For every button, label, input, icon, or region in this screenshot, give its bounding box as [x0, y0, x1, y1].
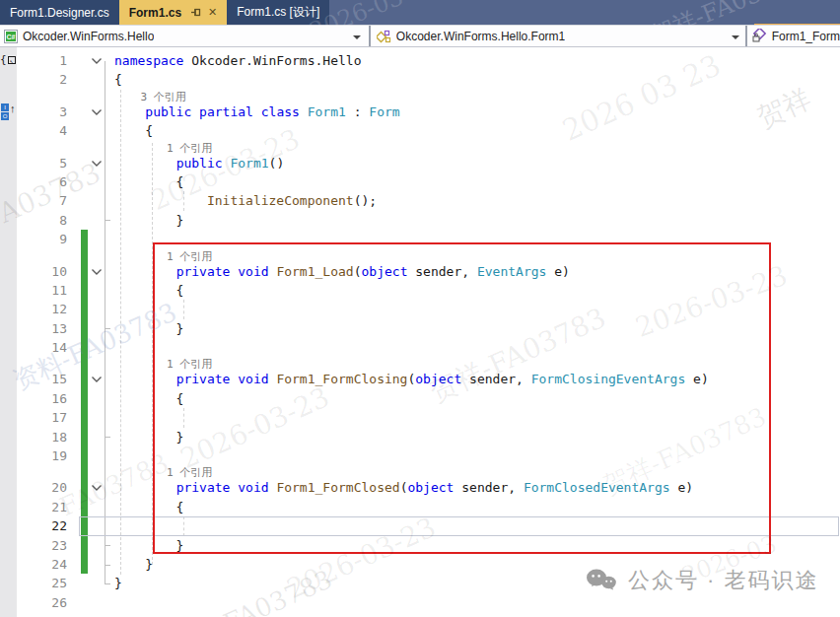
glyph-margin-cell: [0, 154, 17, 172]
codelens-row: 1 个引用: [0, 141, 840, 154]
fold-chevron-icon[interactable]: [91, 108, 103, 116]
line-number: 20: [17, 478, 79, 497]
fold-chevron-icon[interactable]: [91, 484, 103, 492]
line-number: 2: [17, 70, 79, 89]
outline-margin-cell: [89, 281, 114, 300]
outline-margin-cell: [89, 51, 114, 70]
outline-margin-cell: [89, 319, 114, 338]
change-bar-gutter: [79, 141, 89, 154]
glyph-margin-cell: [0, 593, 17, 612]
code-text[interactable]: namespace Okcoder.WinForms.Hello: [114, 51, 840, 70]
code-text[interactable]: [114, 516, 840, 535]
line-number: 5: [17, 154, 79, 172]
change-bar-gutter: [79, 574, 89, 592]
code-line: 8 }: [0, 211, 840, 230]
fold-chevron-icon[interactable]: [91, 376, 103, 383]
code-text[interactable]: }: [114, 574, 840, 592]
member-dropdown[interactable]: Form1_Form: [747, 26, 840, 46]
tab-label: Form1.Designer.cs: [10, 6, 109, 20]
outline-margin-cell: [89, 121, 114, 140]
code-editor: {↖1namespace Okcoder.WinForms.Hello2{ 3 …: [0, 47, 840, 617]
code-text[interactable]: {: [114, 121, 840, 140]
code-line: 12: [0, 300, 840, 318]
code-text[interactable]: {: [114, 172, 840, 191]
code-text[interactable]: }: [114, 319, 840, 338]
code-text[interactable]: {: [114, 281, 840, 300]
inheritance-margin-icon[interactable]: IO↑: [1, 103, 16, 120]
changed-line-bar: [79, 555, 89, 574]
line-number: 17: [17, 408, 79, 427]
glyph-margin-cell: [0, 121, 17, 140]
close-icon[interactable]: ✕: [208, 6, 217, 19]
tab-form1-cs[interactable]: Form1.cs ✕: [119, 0, 228, 25]
code-text[interactable]: [114, 230, 840, 248]
change-bar-gutter: [79, 51, 89, 70]
outline-margin-cell: [89, 574, 114, 592]
code-text[interactable]: [114, 446, 840, 465]
code-text[interactable]: [114, 408, 840, 427]
code-text[interactable]: [114, 593, 840, 612]
fold-chevron-icon[interactable]: [91, 57, 103, 65]
code-text[interactable]: }: [114, 428, 840, 446]
codelens-text[interactable]: 1 个引用: [114, 465, 840, 478]
line-number: 6: [17, 172, 79, 191]
private-method-icon: [751, 29, 767, 43]
tab-form1-designer-cs[interactable]: Form1.Designer.cs: [0, 0, 119, 25]
member-dropdown-label: Form1_Form: [772, 30, 840, 43]
glyph-margin-cell: [0, 319, 17, 338]
code-text[interactable]: {: [114, 498, 840, 516]
outline-margin-cell: [89, 389, 114, 408]
outline-margin-cell: [89, 446, 114, 465]
namespace-margin-icon[interactable]: {↖: [0, 53, 17, 66]
code-line: 20 private void Form1_FormClosed(object …: [0, 478, 840, 497]
line-number: 26: [17, 593, 79, 612]
codelens-text[interactable]: 1 个引用: [114, 249, 840, 262]
code-text[interactable]: }: [114, 555, 840, 574]
code-rows: {↖1namespace Okcoder.WinForms.Hello2{ 3 …: [0, 51, 840, 612]
glyph-margin-cell: [0, 536, 17, 555]
outline-margin-cell: [89, 90, 114, 103]
code-text[interactable]: private void Form1_FormClosing(object se…: [114, 370, 840, 388]
type-dropdown[interactable]: Okcoder.WinForms.Hello.Form1: [371, 26, 745, 46]
code-text[interactable]: {: [114, 70, 840, 89]
code-text[interactable]: InitializeComponent();: [114, 191, 840, 210]
changed-line-bar: [79, 357, 89, 370]
code-text[interactable]: }: [114, 211, 840, 230]
fold-chevron-icon[interactable]: [91, 160, 103, 168]
code-text[interactable]: public Form1(): [114, 154, 840, 172]
codelens-text[interactable]: 1 个引用: [114, 357, 840, 370]
pin-icon[interactable]: [190, 7, 201, 18]
changed-line-bar: [79, 536, 89, 555]
code-text[interactable]: public partial class Form1 : Form: [114, 103, 840, 121]
glyph-margin-cell: [0, 281, 17, 300]
project-dropdown[interactable]: C# Okcoder.WinForms.Hello: [0, 26, 369, 46]
change-bar-gutter: [79, 191, 89, 210]
navigation-bar: C# Okcoder.WinForms.Hello Okcoder.WinFor…: [0, 25, 840, 47]
line-number: 16: [17, 389, 79, 408]
changed-line-bar: [79, 465, 89, 478]
glyph-margin-cell: [0, 389, 17, 408]
code-text[interactable]: private void Form1_Load(object sender, E…: [114, 262, 840, 281]
glyph-margin-cell: [0, 90, 17, 103]
changed-line-bar: [79, 478, 89, 497]
codelens-text[interactable]: 1 个引用: [114, 141, 840, 154]
glyph-margin-cell: [0, 428, 17, 446]
tab-form1-cs-design[interactable]: Form1.cs [设计]: [227, 0, 329, 25]
line-number: 12: [17, 300, 79, 318]
codelens-text[interactable]: 3 个引用: [114, 90, 840, 103]
code-text[interactable]: {: [114, 389, 840, 408]
code-text[interactable]: }: [114, 536, 840, 555]
code-text[interactable]: [114, 300, 840, 318]
line-number: 15: [17, 370, 79, 388]
change-bar-gutter: [79, 121, 89, 140]
fold-chevron-icon[interactable]: [91, 268, 103, 276]
glyph-margin-cell: [0, 498, 17, 516]
code-text[interactable]: [114, 338, 840, 357]
code-line: 18 }: [0, 428, 840, 446]
glyph-margin-cell: [0, 300, 17, 318]
changed-line-bar: [79, 446, 89, 465]
change-bar-gutter: [79, 211, 89, 230]
change-bar-gutter: [79, 90, 89, 103]
code-text[interactable]: private void Form1_FormClosed(object sen…: [114, 478, 840, 497]
line-number: [17, 90, 79, 103]
